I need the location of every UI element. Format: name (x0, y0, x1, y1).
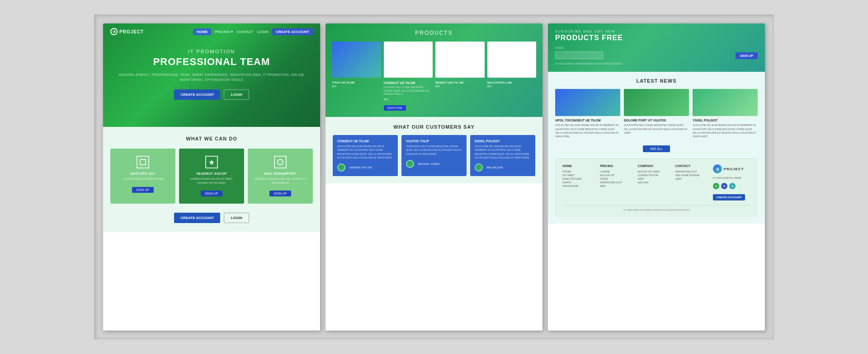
footer-contact-link-1[interactable]: ADIPISCING EUT (675, 170, 713, 173)
footer-company-link-3[interactable]: ADPI (637, 177, 675, 180)
footer-contact-link-2[interactable]: SED DIAM NONUM (675, 174, 713, 177)
logo: ◑ PROJECT (110, 28, 144, 35)
card3-text: MAGNA ALIQUAM ERAT VO-LUTPAT. UT WISI EN… (252, 177, 308, 185)
product-labels: YTEUT UE TILOM $25 CONSEUT UE TILOM VULP… (332, 81, 536, 111)
hero-section: IT PROMOTION PROFESSIONAL TEAM MODERN AG… (110, 49, 313, 100)
t3-text: TUS AUTIM VEL EUM IRIURE DOLOR IN HENRER… (475, 144, 531, 159)
square-icon (137, 156, 149, 168)
footer-company-title: COMPANY (637, 164, 675, 168)
product-img-featured (332, 42, 381, 78)
footer-pricing-link-5[interactable]: SED (600, 185, 637, 187)
product-img-3 (435, 42, 485, 78)
panel2-header: PRODUCTS YTEUT UE TILOM $25 CONSEUT UE T… (326, 23, 542, 117)
footer-pricing-link-2[interactable]: DOLOR SIT (600, 174, 637, 177)
panel1-body: WHAT WE CAN DO NOSTURD EUT UT WISI ENIM … (103, 127, 320, 232)
email-input[interactable] (555, 51, 603, 59)
testimonials-title: WHAT OUR CUSTOMERS SAY (333, 124, 535, 130)
footer-home-title: HOME (562, 164, 600, 168)
card3-title: WISI VENIAMPORT (252, 172, 308, 175)
product-featured-price: $25 (384, 98, 433, 101)
t1-text: DUS AUTIM VEL EUM IRIURE DOLOR IN HENRER… (337, 144, 393, 159)
footer-home-link-1[interactable]: IPSUM (562, 170, 600, 173)
card1-signup-button[interactable]: SIGN UP (132, 187, 154, 193)
footer-contact-link-3[interactable]: ADPI (675, 177, 713, 180)
social-icons: ● ● ● (713, 183, 750, 189)
footer-bottom-text: UT WISI ENIM AD MINIM VENAM DUS NOSTRUD … (562, 205, 750, 212)
hero-create-button[interactable]: CREATE ACCOUNT (174, 89, 220, 100)
footer-col-contact: CONTACT ADIPISCING EUT SED DIAM NONUM AD… (675, 164, 713, 200)
panel-3: SUBSCRIBE AND GET NEW PRODUCTS FREE E-MA… (548, 23, 765, 331)
service-cards: NOSTURD EUT UT WISI ENIM AD MINIM VENAM … (110, 149, 313, 204)
footer-login-button[interactable]: LOGIN (224, 213, 249, 223)
see-all-button[interactable]: SEE ALL (643, 145, 670, 152)
card3-signup-button[interactable]: SIGN UP (269, 191, 292, 196)
footer-home-link-2[interactable]: SIT AMET (562, 174, 600, 177)
nav-login[interactable]: LOGIN (257, 30, 269, 34)
product-featured-desc: VULPDTE VELIT ESSE MOLESTIE CONSE-QUAT, … (384, 86, 433, 96)
news3-text: TUS AUTIM VEL EUM IRIURE DOLOR IN HENRER… (693, 123, 758, 138)
product-label-4: NULA POSTO LOM $25 (487, 81, 537, 111)
subscribe-description: UT WISI ENIM AD MINIM VENAM DUIS NOSTRUD… (555, 62, 758, 65)
footer-home-link-5[interactable]: IAM NONUM (562, 185, 600, 187)
star-icon: ★ (205, 156, 218, 168)
service-card-2: ★ SEGERUT SOCOP LOREM IPSUM DOLOR SIT AM… (179, 149, 244, 204)
news-img-3 (693, 89, 758, 116)
t2-author: MICHAEL JONES (418, 163, 439, 165)
product-img-4 (487, 42, 537, 78)
footer-pricing-link-3[interactable]: CONS (600, 177, 637, 180)
t2-name: VULPOS TOLIP (406, 140, 462, 143)
footer-logo: ◑ PROJECT (713, 164, 750, 173)
card2-signup-button[interactable]: SIGN UP (201, 191, 223, 196)
card1-text: UT WISI ENIM AD MINIM VENAM (115, 177, 171, 181)
product3-price: $25 (435, 85, 485, 88)
t1-name: CONSEUT UE TILOM (337, 140, 393, 143)
footer-create-button[interactable]: CREATE ACCOUNT (174, 213, 220, 223)
footer-home-link-4[interactable]: ADIPIS (562, 181, 600, 184)
t3-author: MIA WILSON (486, 166, 503, 169)
footer-company-link-4[interactable]: SEO DIA (637, 181, 675, 184)
t3-name: ESSEL POLISOT (475, 140, 531, 143)
footer-pricing-title: PRICING (600, 164, 637, 168)
nav-home[interactable]: HOME (193, 28, 211, 35)
product4-price: $25 (487, 85, 537, 88)
footer-company-link-2[interactable]: CONSECTETUR (637, 174, 675, 177)
what-we-can-do-title: WHAT WE CAN DO (110, 136, 313, 141)
footer-columns: HOME IPSUM SIT AMET HISECTETUER ADIPIS I… (562, 164, 750, 200)
footer-create-account-button[interactable]: CREATE ACCOUNT (713, 194, 745, 200)
footer-company-link-1[interactable]: DOLOR SIT AMET (637, 170, 675, 173)
footer-pricing-link-4[interactable]: ADIPISCING ELIT (600, 181, 637, 184)
testimonial-2: VULPOS TOLIP VULPUTATE VELIT ESSE MOLEST… (401, 135, 467, 176)
hero-buttons: CREATE ACCOUNT LOGIN (110, 89, 313, 100)
shop-now-button[interactable]: SHOP NOW (384, 105, 406, 111)
news-item-1: UPOL TOCONSEUT UE TILOM DUS AUTIM VEL EU… (555, 89, 620, 138)
news3-title: YSSEL POLISOT (693, 119, 758, 122)
nav-create-account[interactable]: CREATE ACCOUNT (272, 28, 313, 35)
products-grid (332, 42, 536, 78)
product-label-featured: CONSEUT UE TILOM VULPDTE VELIT ESSE MOLE… (384, 81, 433, 111)
nav-contact[interactable]: CONTACT (236, 30, 254, 34)
hero-login-button[interactable]: LOGIN (224, 89, 249, 100)
news1-title: UPOL TOCONSEUT UE TILOM (555, 119, 620, 122)
footer-tagline: UT WISI ENIM AD MINIM (713, 176, 750, 180)
social-icon-2[interactable]: ● (721, 183, 727, 189)
subscribe-title: PRODUCTS FREE (555, 34, 758, 42)
footer-col-pricing: PRICING LOREM DOLOR SIT CONS ADIPISCING … (600, 164, 637, 200)
footer-col-home: HOME IPSUM SIT AMET HISECTETUER ADIPIS I… (562, 164, 600, 200)
news-grid: UPOL TOCONSEUT UE TILOM DUS AUTIM VEL EU… (555, 89, 758, 138)
news1-text: DUS AUTIM VEL EUM IRIURE DOLOR IN HENRER… (555, 123, 620, 138)
card2-title: SEGERUT SOCOP (184, 172, 240, 175)
nav-pricing[interactable]: PRICING ▾ (215, 30, 233, 34)
testimonial-3: ESSEL POLISOT TUS AUTIM VEL EUM IRIURE D… (470, 135, 535, 176)
footer-home-link-3[interactable]: HISECTETUER (562, 177, 600, 180)
signup-button[interactable]: SIGN UP (736, 52, 758, 59)
product3-name: MOSEUT UER TIL GM (435, 81, 485, 84)
hero-title: PROFESSIONAL TEAM (110, 56, 313, 68)
social-icon-3[interactable]: ● (729, 183, 736, 189)
footer-pricing-link-1[interactable]: LOREM (600, 170, 637, 173)
circle-icon (274, 156, 287, 168)
t2-avatar (406, 160, 414, 168)
product-featured-name: CONSEUT UE TILOM (384, 81, 433, 84)
news-img-1 (555, 89, 620, 116)
footer: HOME IPSUM SIT AMET HISECTETUER ADIPIS I… (555, 158, 758, 217)
social-icon-1[interactable]: ● (713, 183, 719, 189)
